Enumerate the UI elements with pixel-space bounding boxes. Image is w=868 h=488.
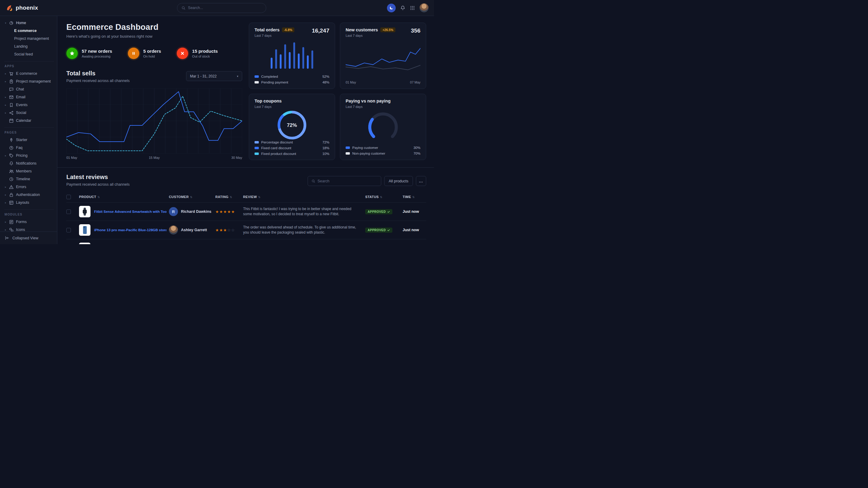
column-header-time[interactable]: TIME⇅	[403, 195, 426, 199]
column-header-rating[interactable]: RATING⇅	[215, 195, 241, 199]
brand[interactable]: phoenix	[5, 4, 38, 12]
user-avatar[interactable]	[420, 3, 429, 12]
sidebar-item-timeline[interactable]: Timeline	[4, 175, 54, 183]
chevron-down-icon: ▾	[237, 75, 238, 78]
sidebar-item-label: Project management	[16, 79, 51, 84]
card-top-coupons: Top coupons Last 7 days 72% Percentage d…	[249, 94, 335, 160]
sidebar-item-starter[interactable]: Starter	[4, 136, 54, 144]
sidebar-item-project-management[interactable]: Project management	[4, 35, 54, 42]
legend-label: Fixed card discount	[261, 146, 291, 150]
product-image[interactable]	[79, 206, 91, 217]
sidebar-item-pricing[interactable]: ▸ Pricing	[4, 152, 54, 159]
card-period: Last 7 days	[254, 34, 294, 37]
sidebar-item-project-management[interactable]: ▸ Project management	[4, 77, 54, 85]
all-products-button[interactable]: All products	[384, 176, 413, 186]
caret-right-icon: ▸	[4, 104, 7, 106]
x-label: 01 May	[346, 80, 356, 84]
legend-value: 70%	[413, 152, 421, 155]
reviews-search[interactable]	[308, 176, 381, 186]
reviews-subtitle: Payment received across all channels	[66, 182, 130, 187]
column-header-product[interactable]: PRODUCT⇅	[79, 195, 166, 199]
sidebar-item-chat[interactable]: Chat	[4, 85, 54, 93]
sidebar-section-modules: MODULES ▸ Forms ▸ Icons ▸ Tables ▸ Compo…	[4, 209, 54, 231]
sidebar-item-calendar[interactable]: Calendar	[4, 117, 54, 125]
date-range-select[interactable]: Mar 1 - 31, 2022 ▾	[186, 71, 242, 81]
customer-name: Ashley Garrett	[181, 228, 207, 232]
legend-value: 52%	[322, 75, 329, 78]
column-header-review[interactable]: REVIEW⇅	[243, 195, 363, 199]
caret-right-icon: ▸	[4, 201, 7, 204]
product-link[interactable]: iPhone 13 pro max-Pacific Blue-128GB sto…	[94, 228, 166, 232]
sidebar-item-e-commerce[interactable]: ▸ E commerce	[4, 70, 54, 77]
kpi-cards: Total orders -6.8% Last 7 days 16,247	[249, 23, 426, 160]
table-row: iPhone 13 pro max-Pacific Blue-128GB sto…	[66, 221, 426, 239]
sidebar-item-layouts[interactable]: ▸ Layouts	[4, 199, 54, 206]
customer-cell[interactable]: Ashley Garrett	[169, 225, 213, 234]
row-checkbox[interactable]	[66, 228, 71, 232]
reviews-title: Latest reviews	[66, 174, 130, 181]
change-badge: +26.5%	[380, 27, 395, 32]
collapse-view-button[interactable]: Collapsed View	[0, 231, 57, 244]
customer-cell[interactable]: RRichard Dawkins	[169, 207, 213, 216]
sidebar-item-social[interactable]: ▸ Social	[4, 109, 54, 117]
sidebar-item-errors[interactable]: ▸ Errors	[4, 183, 54, 191]
form-icon	[9, 220, 14, 224]
sidebar-item-notifications[interactable]: Notifications	[4, 159, 54, 167]
notifications-button[interactable]	[400, 5, 405, 10]
theme-toggle-button[interactable]	[387, 4, 396, 12]
status-badge: APPROVED	[365, 228, 392, 233]
tag-icon	[9, 154, 14, 158]
rating-stars: ★★★☆☆	[215, 228, 241, 232]
legend-label: Pending payment	[261, 80, 288, 84]
stat-out-of-stock: 15 products Out of stock	[177, 47, 218, 59]
sidebar-item-events[interactable]: ▸ Events	[4, 101, 54, 109]
sidebar-item-email[interactable]: ▸ Email	[4, 93, 54, 101]
sidebar-nav: ▾ HomeE commerceProject managementLandin…	[0, 16, 57, 231]
sidebar-item-social-feed[interactable]: Social feed	[4, 50, 54, 58]
new-customers-line-chart	[346, 46, 421, 78]
product-cell: Fitbit Sense Advanced Smartwatch with To…	[79, 206, 166, 217]
caret-right-icon: ▸	[4, 228, 7, 231]
search-icon	[312, 180, 315, 183]
search-icon	[181, 6, 185, 10]
apps-grid-button[interactable]	[410, 5, 415, 10]
users-icon	[9, 169, 14, 174]
column-header-status[interactable]: STATUS⇅	[365, 195, 400, 199]
sidebar-item-members[interactable]: Members	[4, 167, 54, 175]
stat-caption: Awating processing	[82, 55, 112, 58]
sidebar-item-e-commerce[interactable]: E commerce	[4, 27, 54, 35]
sidebar-item-landing[interactable]: Landing	[4, 42, 54, 50]
sidebar-item-label: Authentication	[16, 193, 40, 197]
caret-right-icon: ▸	[4, 221, 7, 223]
global-search[interactable]	[177, 3, 266, 13]
search-input[interactable]	[188, 6, 261, 10]
card-title: New customers	[346, 27, 378, 32]
sidebar-item-forms[interactable]: ▸ Forms	[4, 218, 54, 226]
stat-caption: On hold	[143, 55, 161, 58]
new-customers-x-labels: 01 May 07 May	[346, 80, 421, 84]
reviews-search-input[interactable]	[318, 179, 377, 183]
row-checkbox[interactable]	[66, 209, 71, 214]
legend-swatch	[254, 141, 259, 143]
product-image[interactable]	[79, 224, 91, 236]
clock-icon	[9, 177, 14, 182]
caret-right-icon: ▸	[4, 186, 7, 188]
card-paying-vs-nonpaying: Paying vs non paying Last 7 days Paying …	[340, 94, 426, 160]
sidebar-item-authentication[interactable]: ▸ Authentication	[4, 191, 54, 199]
product-link[interactable]: Fitbit Sense Advanced Smartwatch with To…	[94, 210, 166, 214]
legend-item: Completed 52%	[254, 75, 329, 78]
sort-icon: ⇅	[380, 196, 382, 199]
section-title: MODULES	[4, 213, 54, 216]
column-header-customer[interactable]: CUSTOMER⇅	[169, 195, 213, 199]
sidebar: ▾ HomeE commerceProject managementLandin…	[0, 16, 57, 244]
legend-item: Percentage discount 72%	[254, 140, 329, 144]
x-label: 30 May	[231, 156, 242, 159]
sidebar-item-faq[interactable]: Faq	[4, 144, 54, 152]
caret-right-icon: ▸	[4, 96, 7, 99]
more-options-button[interactable]: ...	[416, 176, 426, 186]
caret-right-icon: ▸	[4, 194, 7, 196]
select-all-checkbox[interactable]	[66, 195, 71, 199]
sidebar-item-label: Social	[16, 110, 26, 115]
sidebar-item-icons[interactable]: ▸ Icons	[4, 226, 54, 231]
sidebar-item-home[interactable]: ▾ Home	[4, 19, 54, 27]
